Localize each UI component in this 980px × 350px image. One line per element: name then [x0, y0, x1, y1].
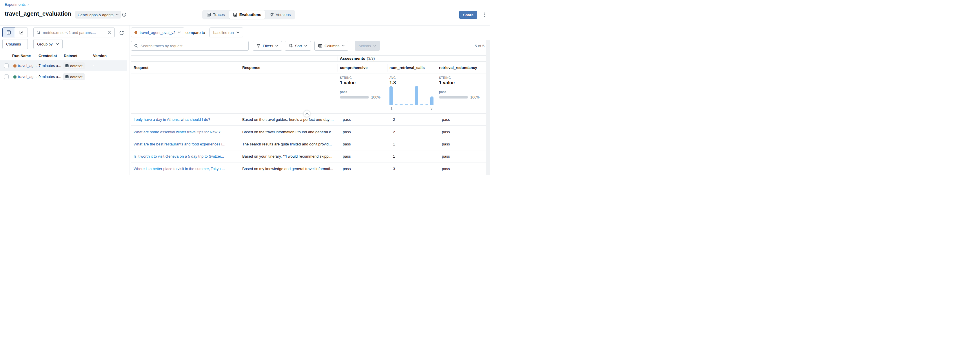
- trace-request-link[interactable]: What are the best restaurants and food e…: [134, 142, 226, 146]
- collapse-summary-button[interactable]: [303, 110, 310, 117]
- run-created-at: 9 minutes a...: [38, 75, 62, 79]
- filter-info-icon[interactable]: [108, 30, 111, 35]
- trace-row[interactable]: Is it worth it to visit Geneva on a 5 da…: [131, 150, 486, 162]
- search-icon: [134, 44, 138, 48]
- pass-distribution-bar: [439, 96, 468, 99]
- assessments-label: Assessments: [340, 56, 365, 60]
- breadcrumb-experiments-link[interactable]: Experiments: [5, 2, 25, 7]
- trace-row[interactable]: What are the best restaurants and food e…: [131, 138, 486, 150]
- baseline-run-dropdown[interactable]: baseline run: [210, 27, 243, 37]
- run-name-link[interactable]: travel_ag...: [18, 64, 38, 68]
- tab-versions[interactable]: Versions: [266, 10, 295, 19]
- comprehensive-value: pass: [343, 126, 386, 138]
- retrieval-redundancy-summary: STRING 1 value pass 100%: [439, 76, 486, 99]
- dataset-chip[interactable]: dataset: [63, 62, 84, 69]
- overflow-menu-button[interactable]: [482, 11, 488, 19]
- sort-button[interactable]: Sort: [285, 41, 311, 51]
- histogram-tick-min: 1: [390, 107, 393, 110]
- sort-label: Sort: [295, 44, 302, 48]
- retrieval-calls-histogram: [390, 86, 433, 105]
- run-checkbox[interactable]: [4, 64, 9, 68]
- run-row[interactable]: travel_ag... 7 minutes a... dataset -: [0, 60, 127, 71]
- run-checkbox[interactable]: [4, 75, 9, 79]
- dataset-chip[interactable]: dataset: [63, 73, 84, 80]
- histogram-empty-bin: [420, 104, 423, 105]
- tab-versions-label: Versions: [276, 13, 291, 17]
- run-name-link[interactable]: travel_ag...: [18, 75, 38, 79]
- num-retrieval-calls-value: 3: [393, 163, 433, 175]
- histogram-empty-bin: [405, 104, 408, 105]
- run-name-header: Run Name: [12, 54, 31, 58]
- trace-request-link[interactable]: What are some essential winter travel ti…: [134, 130, 223, 134]
- comprehensive-value: pass: [343, 163, 386, 175]
- assessment-summary-row: STRING 1 value pass 100% AVG 1.8 1 3 STR…: [131, 74, 486, 114]
- histogram-bar: [390, 86, 393, 105]
- runs-filter-box: [33, 27, 115, 37]
- chevron-down-icon: [342, 45, 345, 47]
- dataset-grid-icon: [65, 75, 69, 78]
- filter-funnel-icon: [256, 44, 261, 48]
- assessment-value: 1 value: [439, 80, 486, 86]
- filters-button[interactable]: Filters: [253, 41, 282, 51]
- panel-divider: [129, 25, 130, 175]
- breadcrumb-chevron-icon: ›: [27, 3, 29, 7]
- num-retrieval-calls-summary: AVG 1.8 1 3: [390, 76, 436, 110]
- pass-percentage: 100%: [371, 95, 380, 99]
- table-view-toggle-button[interactable]: [2, 27, 15, 37]
- num-retrieval-calls-value: 1: [393, 150, 433, 162]
- columns-button[interactable]: Columns: [314, 41, 348, 51]
- run-row[interactable]: travel_ag... 9 minutes a... dataset -: [0, 71, 127, 82]
- refresh-icon: [119, 30, 124, 35]
- column-separator: [337, 57, 338, 60]
- assessment-value: 1 value: [340, 80, 387, 86]
- tab-evaluations[interactable]: Evaluations: [229, 10, 265, 19]
- histogram-tick-max: 3: [430, 107, 433, 110]
- dataset-chip-label: dataset: [70, 75, 83, 79]
- breadcrumb: Experiments ›: [5, 2, 29, 7]
- filters-label: Filters: [263, 44, 273, 48]
- pass-bar-label: pass: [439, 90, 486, 94]
- retrieval-redundancy-value: pass: [442, 163, 485, 175]
- column-separator: [240, 64, 240, 72]
- experiment-type-badge[interactable]: GenAI apps & agents: [75, 11, 121, 19]
- page-title: travel_agent_evaluation: [5, 10, 71, 17]
- trace-request-link[interactable]: Where is a better place to visit in the …: [134, 167, 225, 171]
- runs-columns-button[interactable]: Columns: [2, 39, 28, 49]
- request-column-header: Request: [134, 65, 148, 70]
- trace-request-link[interactable]: Is it worth it to visit Geneva on a 5 da…: [134, 154, 224, 159]
- runs-filter-input[interactable]: [43, 30, 105, 35]
- refresh-button[interactable]: [118, 29, 125, 36]
- histogram-bar: [430, 97, 433, 105]
- chevron-down-icon: [237, 32, 239, 33]
- run-selector-dropdown[interactable]: travel_agent_eval_v2: [131, 27, 184, 37]
- evaluations-icon: [233, 13, 237, 17]
- assessment-type: STRING: [340, 76, 387, 80]
- pass-distribution-bar: [340, 96, 369, 99]
- tab-traces[interactable]: Traces: [203, 10, 229, 19]
- assessments-band: Assessments (3/3): [131, 55, 486, 62]
- trace-request-link[interactable]: I only have a day in Athens, what should…: [134, 117, 210, 122]
- app-frame: Experiments › travel_agent_evaluation Ge…: [0, 0, 490, 175]
- trace-response: Based on the travel information I found …: [242, 126, 339, 138]
- sort-icon: [289, 44, 293, 48]
- histogram-bar: [415, 86, 418, 105]
- response-column-header: Response: [242, 65, 260, 70]
- chevron-down-icon: [116, 14, 119, 16]
- chart-view-toggle-button[interactable]: [15, 27, 28, 37]
- columns-label: Columns: [325, 44, 339, 48]
- trace-search-input[interactable]: [140, 44, 245, 48]
- experiment-info-icon[interactable]: [122, 13, 126, 17]
- comprehensive-column-header: comprehensive: [340, 65, 368, 70]
- share-button[interactable]: Share: [459, 11, 477, 19]
- runs-table-header: Run Name Created at Dataset Version: [0, 52, 127, 60]
- chevron-down-icon: [373, 45, 376, 47]
- trace-row[interactable]: Where is a better place to visit in the …: [131, 163, 486, 175]
- vertical-scrollbar[interactable]: [486, 40, 490, 175]
- group-by-button[interactable]: Group by: [33, 39, 63, 49]
- trace-response: Based on my knowledge and general travel…: [242, 163, 339, 175]
- trace-table-body: I only have a day in Athens, what should…: [131, 114, 486, 175]
- trace-row[interactable]: What are some essential winter travel ti…: [131, 126, 486, 138]
- assessments-count: (3/3): [367, 56, 375, 60]
- top-header: Experiments › travel_agent_evaluation Ge…: [0, 0, 490, 25]
- run-version: -: [93, 75, 94, 79]
